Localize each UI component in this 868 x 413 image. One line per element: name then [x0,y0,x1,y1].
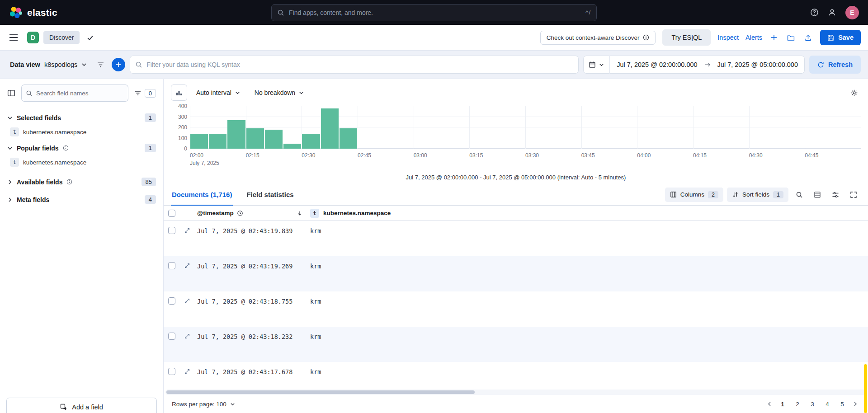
horizontal-scrollbar[interactable] [165,390,866,395]
meta-fields-header[interactable]: Meta fields 4 [7,195,156,204]
sort-desc-icon[interactable] [297,210,303,216]
table-row[interactable]: Jul 7, 2025 @ 02:43:18.755 krm [164,291,868,327]
expand-row-button[interactable] [184,227,191,234]
histogram-bar[interactable] [340,128,357,149]
kql-query-input[interactable] [146,61,573,68]
expand-row-button[interactable] [184,262,191,269]
previous-page-button[interactable] [765,399,774,408]
selected-fields-count: 1 [145,113,156,122]
expand-row-button[interactable] [184,368,191,375]
display-options-button[interactable] [828,188,843,202]
chart-caption: Jul 7, 2025 @ 02:00:00.000 - Jul 7, 2025… [164,170,868,184]
histogram-bar[interactable] [283,144,301,149]
main-menu-button[interactable] [7,32,20,43]
saved-state-button[interactable] [85,33,95,43]
help-button[interactable] [810,8,819,17]
field-search-input[interactable] [36,90,124,97]
table-row[interactable]: Jul 7, 2025 @ 02:43:19.269 krm [164,256,868,291]
breakdown-select[interactable]: No breakdown [249,85,309,100]
header-actions: E [810,6,859,19]
histogram-bar[interactable] [246,128,264,149]
collapse-sidebar-button[interactable] [5,87,17,99]
date-start-button[interactable]: Jul 7, 2025 @ 02:00:00.000 [610,61,704,68]
selected-fields-header[interactable]: Selected fields 1 [7,113,156,122]
histogram-bar[interactable] [265,130,283,149]
row-checkbox[interactable] [168,227,175,234]
horizontal-scrollbar-thumb[interactable] [166,390,475,394]
date-end-button[interactable]: Jul 7, 2025 @ 05:00:00.000 [711,61,805,68]
elastic-home-link[interactable]: elastic [9,6,57,19]
plus-icon [115,61,122,68]
interval-select[interactable]: Auto interval [191,85,245,100]
tab-field-statistics[interactable]: Field statistics [245,184,294,205]
column-header-timestamp[interactable]: @timestamp [197,210,310,216]
field-filter-button[interactable]: 0 [132,87,158,99]
context-aware-discover-button[interactable]: Check out context-aware Discover [540,31,656,45]
row-checkbox[interactable] [168,262,175,269]
global-search[interactable]: ^/ [271,4,597,21]
field-item-kubernetes-namespace[interactable]: t kubernetes.namespace [7,152,156,168]
histogram-chart: 0100200300400 02:00July 7, 202502:1502:3… [164,103,868,170]
share-button[interactable] [803,33,813,43]
alerts-button[interactable]: Alerts [745,34,762,41]
x-axis-label: 03:30 [525,152,539,159]
histogram-bar[interactable] [209,134,226,149]
vertical-scrollbar-thumb[interactable] [864,364,867,413]
table-row[interactable]: Jul 7, 2025 @ 02:43:19.839 krm [164,221,868,256]
page-button-2[interactable]: 2 [791,398,804,410]
search-in-table-button[interactable] [792,188,807,202]
row-height-button[interactable] [810,188,825,202]
global-search-input[interactable] [289,9,581,16]
fullscreen-button[interactable] [846,188,861,202]
date-quick-menu-button[interactable] [583,56,610,74]
new-session-button[interactable] [769,33,779,42]
select-all-checkbox[interactable] [168,210,175,217]
discover-main: Auto interval No breakdown 0100200300400 [164,79,868,413]
add-field-button[interactable]: Add a field [6,398,157,413]
expand-row-button[interactable] [184,297,191,305]
refresh-button[interactable]: Refresh [809,56,861,74]
field-item-kubernetes-namespace[interactable]: t kubernetes.namespace [7,122,156,137]
x-axis-label: 03:00 [414,152,427,159]
space-badge[interactable]: D [27,32,39,43]
table-row[interactable]: Jul 7, 2025 @ 02:43:18.232 krm [164,327,868,362]
row-checkbox[interactable] [168,333,175,340]
tab-documents[interactable]: Documents (1,716) [171,184,233,205]
expand-row-button[interactable] [184,333,191,340]
data-view-picker[interactable]: Data view k8spodlogs [7,58,90,71]
open-saved-search-button[interactable] [786,33,796,43]
timestamp-column-label: @timestamp [197,210,234,216]
breadcrumb-discover[interactable]: Discover [43,31,80,44]
histogram-bar[interactable] [190,134,208,149]
saved-query-menu-button[interactable] [94,58,107,71]
row-checkbox[interactable] [168,368,175,375]
columns-label: Columns [680,191,704,198]
page-button-1[interactable]: 1 [776,398,789,410]
page-button-4[interactable]: 4 [821,398,834,410]
rows-per-page-button[interactable]: Rows per page: 100 [172,401,235,408]
inspect-button[interactable]: Inspect [717,34,739,41]
histogram-bar[interactable] [302,134,320,149]
page-button-5[interactable]: 5 [836,398,849,410]
chart-options-button[interactable] [848,86,861,99]
row-checkbox[interactable] [168,297,175,305]
next-page-button[interactable] [851,399,860,408]
chart-visibility-button[interactable] [171,84,187,101]
grid-footer: Rows per page: 100 12345 [164,395,868,413]
save-button[interactable]: Save [820,30,861,45]
column-header-namespace[interactable]: t kubernetes.namespace [310,209,868,218]
profile-menu-button[interactable] [828,8,836,17]
columns-button[interactable]: Columns 2 [665,188,723,202]
try-esql-button[interactable]: Try ES|QL [662,29,711,46]
user-avatar[interactable]: E [845,6,859,19]
histogram-bar[interactable] [227,120,245,149]
table-row[interactable]: Jul 7, 2025 @ 02:43:17.678 krm [164,362,868,390]
add-filter-button[interactable] [112,58,125,71]
page-button-3[interactable]: 3 [806,398,819,410]
histogram-bar[interactable] [321,108,339,149]
sort-fields-button[interactable]: Sort fields 1 [727,188,788,202]
available-fields-header[interactable]: Available fields 85 [7,178,156,186]
row-height-icon [814,191,821,198]
popular-fields-header[interactable]: Popular fields 1 [7,144,156,152]
histogram-plot[interactable] [190,106,861,149]
